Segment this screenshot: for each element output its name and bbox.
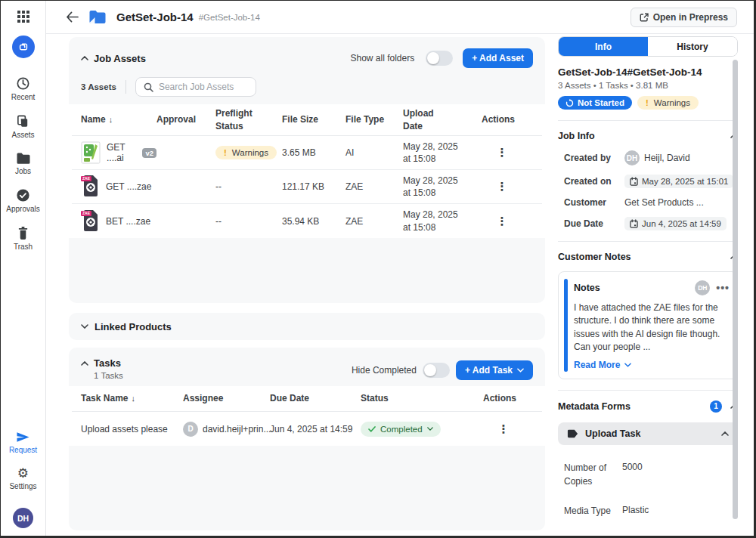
field-value: 5000	[622, 461, 643, 488]
column-header-task-name[interactable]: Task Name↓	[81, 392, 183, 404]
asset-row[interactable]: ZAE GET ....zae -- 121.17 KB ZAE May 28,…	[72, 170, 542, 204]
row-actions-menu[interactable]: ⋮	[471, 180, 533, 193]
progress-icon	[565, 99, 574, 107]
tag-icon	[567, 429, 578, 438]
upload-time: at 15:08	[403, 187, 435, 198]
customer-label: Customer	[558, 197, 624, 208]
chevron-down-icon	[427, 427, 433, 431]
user-avatar[interactable]: DH	[13, 508, 33, 528]
sidebar-item-assets[interactable]: Assets	[11, 114, 34, 139]
read-more-link[interactable]: Read More	[574, 360, 730, 370]
task-table-header: Task Name↓ Assignee Due Date Status Acti…	[72, 386, 542, 412]
job-summary: 3 Assets • 1 Tasks • 3.81 MB	[558, 81, 738, 90]
expand-chevron-icon[interactable]	[81, 324, 88, 329]
linked-products-card[interactable]: Linked Products	[69, 313, 545, 340]
page-header: GetSet-Job-14 #GetSet-Job-14 Open in Pre…	[46, 1, 754, 34]
back-arrow-icon[interactable]	[66, 11, 79, 23]
preflight-status: --	[215, 216, 282, 227]
upload-task-form-header[interactable]: Upload Task	[558, 422, 738, 445]
sidebar-item-settings[interactable]: ⚙ Settings	[9, 467, 36, 490]
add-asset-button[interactable]: + Add Asset	[463, 48, 533, 68]
sidebar-item-approvals[interactable]: Approvals	[6, 188, 39, 213]
sidebar-item-label: Approvals	[6, 205, 39, 213]
zae-file-icon: ZAE	[81, 209, 101, 233]
tab-info[interactable]: Info	[559, 37, 648, 56]
panel-scrollbar[interactable]	[733, 60, 738, 519]
sidebar-item-trash[interactable]: Trash	[14, 226, 33, 251]
metadata-forms-title: Metadata Forms	[558, 401, 631, 412]
check-icon	[368, 426, 376, 432]
divider	[558, 120, 738, 121]
upload-time: at 15:08	[403, 153, 435, 164]
info-panel: Info History GetSet-Job-14#GetSet-Job-14…	[558, 34, 738, 536]
collapse-chevron-icon[interactable]	[81, 56, 88, 60]
upload-date: May 28, 2025	[403, 141, 458, 152]
open-in-prepress-button[interactable]: Open in Prepress	[631, 8, 737, 27]
forms-count-badge: 1	[710, 400, 722, 413]
linked-products-title: Linked Products	[94, 321, 172, 332]
task-status-dropdown[interactable]: Completed	[361, 422, 441, 437]
file-size: 121.17 KB	[282, 181, 345, 192]
note-card: Notes DH ••• I have attached the ZAE fil…	[558, 271, 738, 379]
note-menu[interactable]: •••	[716, 282, 730, 294]
app-launcher-button[interactable]	[17, 10, 30, 23]
asset-row[interactable]: GET ....ai v2 !Warnings 3.65 MB AI May 2…	[72, 136, 542, 170]
note-text: I have attached the ZAE files for the st…	[574, 301, 730, 354]
main-column: Job Assets Show all folders + Add Asset …	[46, 34, 545, 536]
sidebar-item-label: Request	[9, 446, 37, 454]
sidebar: Recent Assets Jobs Approvals Trash Reque…	[1, 1, 46, 536]
field-value: Plastic	[622, 504, 649, 518]
customer-value: Get Set Products ...	[624, 197, 704, 208]
add-task-button[interactable]: + Add Task	[456, 360, 533, 380]
folder-icon	[16, 152, 31, 165]
row-actions-menu[interactable]: ⋮	[471, 215, 533, 228]
zae-file-icon: ZAE	[81, 175, 101, 199]
show-all-folders-toggle[interactable]	[426, 51, 453, 66]
task-due-date: Jun 4, 2025 at 14:59	[270, 424, 361, 434]
sidebar-item-jobs[interactable]: Jobs	[15, 152, 31, 175]
asset-table: Name↓ Approval Preflight Status File Siz…	[69, 104, 545, 238]
app-logo[interactable]	[12, 36, 35, 58]
file-type: ZAE	[345, 216, 403, 227]
column-header-name[interactable]: Name↓	[81, 113, 156, 125]
hide-completed-toggle[interactable]	[423, 363, 450, 378]
customer-notes-title: Customer Notes	[558, 252, 631, 262]
warning-icon: !	[224, 148, 227, 157]
upload-date: May 28, 2025	[403, 209, 458, 220]
collapse-chevron-icon[interactable]	[81, 361, 88, 366]
show-all-folders-label: Show all folders	[350, 53, 414, 63]
copy-icon	[16, 114, 30, 128]
column-header-preflight: Preflight Status	[215, 107, 262, 131]
field-label: Finishing	[558, 533, 622, 538]
tasks-title: Tasks	[94, 357, 121, 369]
job-folder-icon	[88, 10, 107, 24]
asset-table-header: Name↓ Approval Preflight Status File Siz…	[72, 104, 542, 136]
app-window: Recent Assets Jobs Approvals Trash Reque…	[0, 0, 756, 538]
asset-count: 3 Assets	[81, 82, 116, 91]
row-actions-menu[interactable]: ⋮	[474, 422, 533, 436]
search-icon	[144, 82, 153, 92]
note-accent-bar	[564, 279, 568, 372]
note-title: Notes	[574, 283, 695, 293]
sidebar-item-label: Jobs	[15, 167, 31, 175]
due-date-label: Due Date	[558, 218, 624, 229]
asset-search-input[interactable]	[159, 82, 242, 92]
collapse-chevron-icon[interactable]	[721, 431, 729, 436]
file-type: AI	[345, 147, 403, 158]
task-row[interactable]: Upload assets please D david.heijl+prin.…	[72, 412, 542, 446]
sidebar-item-recent[interactable]: Recent	[11, 76, 36, 101]
column-header-filetype: File Type	[345, 113, 403, 125]
field-label: Number of Copies	[558, 461, 622, 488]
column-header-actions: Actions	[471, 113, 533, 125]
task-table: Task Name↓ Assignee Due Date Status Acti…	[69, 386, 545, 446]
sidebar-item-request[interactable]: Request	[9, 431, 37, 454]
tab-history[interactable]: History	[648, 37, 737, 56]
note-author-avatar: DH	[695, 280, 710, 295]
svg-text:ZAE: ZAE	[82, 176, 91, 181]
divider	[558, 241, 738, 242]
divider	[125, 80, 126, 94]
page-subtitle: #GetSet-Job-14	[199, 13, 260, 22]
asset-row[interactable]: ZAE BET ....zae -- 35.94 KB ZAE May 28, …	[72, 204, 542, 238]
row-actions-menu[interactable]: ⋮	[471, 146, 533, 159]
asset-search[interactable]	[135, 77, 256, 97]
